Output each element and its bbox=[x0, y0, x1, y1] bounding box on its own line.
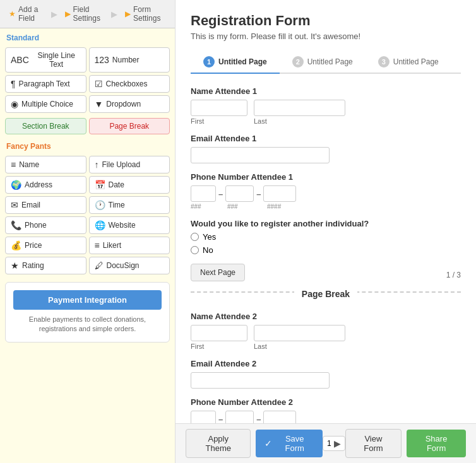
radio-no-input-1[interactable] bbox=[191, 246, 199, 254]
last-label-2: Last bbox=[254, 343, 345, 350]
phone-last-input-2[interactable] bbox=[263, 411, 296, 423]
phone-sep-1: – bbox=[218, 189, 223, 199]
last-name-input-2[interactable] bbox=[254, 325, 345, 341]
field-checkboxes[interactable]: ☑ Checkboxes bbox=[89, 75, 170, 93]
phone-last-label: #### bbox=[267, 203, 300, 210]
name-attendee-1-label: Name Attendee 1 bbox=[191, 86, 461, 96]
field-name[interactable]: ≡ Name bbox=[5, 156, 86, 173]
view-form-button[interactable]: View Form bbox=[345, 429, 402, 458]
field-likert[interactable]: ≡ Likert bbox=[89, 237, 170, 254]
page-next-arrow[interactable]: ▶ bbox=[334, 438, 341, 448]
next-page-button-1[interactable]: Next Page bbox=[191, 264, 245, 281]
standard-fields-grid: ABC Single Line Text 123 Number ¶ Paragr… bbox=[0, 45, 175, 115]
radio-no-label-1: No bbox=[203, 245, 213, 255]
phone-area-input-2[interactable] bbox=[191, 411, 216, 423]
first-label-2: First bbox=[191, 343, 247, 350]
page-tab-1[interactable]: 1 Untitled Page bbox=[191, 51, 280, 74]
first-name-wrap: First bbox=[191, 100, 247, 125]
field-docusign[interactable]: 🖊 DocuSign bbox=[89, 257, 170, 274]
radio-yes-input-1[interactable] bbox=[191, 233, 199, 241]
form-subtitle: This is my form. Please fill it out. It'… bbox=[191, 32, 461, 41]
field-dropdown[interactable]: ▼ Dropdown bbox=[89, 95, 170, 113]
apply-theme-button[interactable]: Apply Theme bbox=[186, 429, 251, 458]
arrow-icon: ▶ bbox=[65, 9, 71, 18]
email-attendee-1-input[interactable] bbox=[191, 147, 330, 163]
field-price[interactable]: 💰 Price bbox=[5, 237, 86, 254]
phone-area-input[interactable] bbox=[191, 185, 216, 202]
first-label: First bbox=[191, 117, 247, 125]
section-break-button[interactable]: Section Break bbox=[5, 118, 86, 134]
dropdown-icon: ▼ bbox=[95, 99, 104, 109]
likert-icon: ≡ bbox=[95, 240, 100, 250]
date-icon: 📅 bbox=[95, 180, 105, 190]
field-rating[interactable]: ★ Rating bbox=[5, 257, 86, 274]
break-buttons-grid: Section Break Page Break bbox=[0, 115, 175, 137]
email-attendee-2-input[interactable] bbox=[191, 372, 330, 389]
phone-attendee-1-group: Phone Number Attendee 1 – – ### ### #### bbox=[191, 172, 461, 210]
page-counter-1: 1 / 3 bbox=[446, 271, 461, 279]
field-email[interactable]: ✉ Email bbox=[5, 196, 86, 214]
star-icon: ★ bbox=[9, 9, 16, 18]
left-panel: ★ Add a Field ▶ ▶ Field Settings ▶ ▶ For… bbox=[0, 0, 176, 463]
form-settings-tab[interactable]: ▶ Form Settings bbox=[120, 4, 170, 24]
field-multiple-choice[interactable]: ◉ Multiple Choice bbox=[5, 95, 86, 113]
last-name-wrap-2: Last bbox=[254, 325, 345, 350]
phone-last-input[interactable] bbox=[263, 185, 296, 202]
form-content: Registration Form This is my form. Pleas… bbox=[176, 0, 476, 423]
page-tab-num-1: 1 bbox=[203, 56, 215, 67]
radio-no-1[interactable]: No bbox=[191, 245, 461, 255]
field-website[interactable]: 🌐 Website bbox=[89, 216, 170, 234]
email-attendee-1-label: Email Attendee 1 bbox=[191, 134, 461, 143]
docusign-icon: 🖊 bbox=[95, 261, 104, 271]
phone-attendee-1-fields: – – bbox=[191, 185, 461, 202]
share-form-button[interactable]: Share Form bbox=[407, 430, 466, 457]
page-tabs: 1 Untitled Page 2 Untitled Page 3 Untitl… bbox=[191, 51, 461, 74]
fancy-fields-grid: ≡ Name ↑ File Upload 🌍 Address 📅 Date ✉ … bbox=[0, 153, 175, 277]
phone-sep-2: – bbox=[256, 189, 261, 199]
phone-mid-input[interactable] bbox=[225, 185, 254, 202]
field-date[interactable]: 📅 Date bbox=[89, 176, 170, 194]
email-attendee-2-group: Email Attendee 2 bbox=[191, 359, 461, 389]
toolbar-left: Apply Theme ✓ Save Form bbox=[186, 429, 323, 458]
field-phone[interactable]: 📞 Phone bbox=[5, 216, 86, 234]
name-icon: ≡ bbox=[11, 160, 16, 170]
last-name-input[interactable] bbox=[254, 100, 345, 116]
right-panel: Registration Form This is my form. Pleas… bbox=[176, 0, 476, 463]
page-tab-3[interactable]: 3 Untitled Page bbox=[366, 51, 451, 74]
payment-integration-button[interactable]: Payment Integration bbox=[13, 290, 162, 310]
upload-icon: ↑ bbox=[95, 160, 99, 170]
field-paragraph-text[interactable]: ¶ Paragraph Text bbox=[5, 75, 86, 93]
phone-mid-input-2[interactable] bbox=[225, 411, 254, 423]
radio-yes-1[interactable]: Yes bbox=[191, 232, 461, 242]
page-break-divider-1: Page Break bbox=[191, 291, 461, 299]
last-name-wrap: Last bbox=[254, 100, 345, 125]
save-form-button[interactable]: ✓ Save Form bbox=[256, 430, 323, 457]
email-icon: ✉ bbox=[11, 200, 18, 210]
add-field-tab[interactable]: ★ Add a Field bbox=[5, 4, 49, 24]
field-single-line-text[interactable]: ABC Single Line Text bbox=[5, 47, 86, 73]
phone-sep-3: – bbox=[218, 414, 223, 424]
field-address[interactable]: 🌍 Address bbox=[5, 176, 86, 194]
page-navigator: 1 ▶ bbox=[323, 436, 345, 451]
radio-yes-label-1: Yes bbox=[203, 232, 216, 242]
page-number-display: 1 bbox=[327, 439, 331, 448]
payment-description: Enable payments to collect donations, re… bbox=[13, 315, 162, 334]
toolbar-center: 1 ▶ bbox=[323, 436, 345, 451]
phone-attendee-2-group: Phone Number Attendee 2 – – ### ### #### bbox=[191, 397, 461, 423]
paragraph-icon: ¶ bbox=[11, 79, 16, 89]
name-attendee-1-group: Name Attendee 1 First Last bbox=[191, 86, 461, 125]
page-break-button[interactable]: Page Break bbox=[89, 118, 170, 134]
field-settings-tab[interactable]: ▶ Field Settings bbox=[60, 4, 109, 24]
bottom-toolbar: Apply Theme ✓ Save Form 1 ▶ View Form Sh… bbox=[176, 423, 476, 463]
radio-icon: ◉ bbox=[11, 99, 18, 109]
first-name-input[interactable] bbox=[191, 100, 247, 116]
page-break-label-1: Page Break bbox=[294, 289, 357, 299]
phone-area-label: ### bbox=[191, 203, 216, 210]
field-number[interactable]: 123 Number bbox=[89, 47, 170, 73]
first-name-input-2[interactable] bbox=[191, 325, 247, 341]
field-time[interactable]: 🕐 Time bbox=[89, 196, 170, 214]
field-file-upload[interactable]: ↑ File Upload bbox=[89, 156, 170, 173]
arrow-icon2: ▶ bbox=[125, 9, 131, 18]
page-tab-2[interactable]: 2 Untitled Page bbox=[280, 51, 366, 74]
page1-footer: Next Page 1 / 3 bbox=[191, 264, 461, 281]
